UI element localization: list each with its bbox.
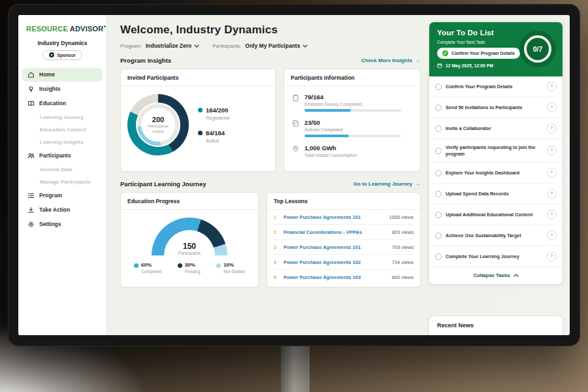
todo-task[interactable]: Confirm Your Program Details › — [429, 76, 563, 97]
chevron-right-icon: › — [547, 252, 557, 261]
lesson-link[interactable]: Power Purchase Agreements 103 — [284, 274, 387, 280]
task-label: Achieve One Sustainability Target — [446, 233, 543, 239]
clipboard-icon — [292, 93, 299, 112]
todo-column: Your To Do List Complete Your Next Task:… — [429, 15, 570, 335]
collapse-tasks-button[interactable]: Collapse Tasks — [429, 267, 563, 284]
lesson-views: 793 views — [392, 244, 414, 250]
todo-panel: Your To Do List Complete Your Next Task:… — [429, 22, 563, 285]
sidebar: RESOURCE ADVISOR+ Industry Dynamics Spon… — [18, 15, 107, 335]
lesson-rank: 5 — [274, 275, 279, 280]
arrow-right-icon: → — [415, 57, 420, 63]
donut-center-label: Participants Invited — [146, 124, 170, 135]
sponsor-label: Sponsor — [57, 53, 75, 57]
task-checkbox[interactable] — [435, 191, 442, 197]
sponsor-badge[interactable]: Sponsor — [42, 50, 82, 60]
content-area: Welcome, Industry Dynamics Program: Indu… — [107, 15, 570, 335]
task-label: Confirm Your Program Details — [446, 84, 543, 90]
todo-task[interactable]: Upload Spend Data Records › — [429, 184, 563, 204]
sidebar-item-participants[interactable]: Participants — [22, 149, 103, 163]
legend-dot — [178, 263, 182, 268]
todo-task[interactable]: Explore Your Insights Dashboard › — [429, 163, 563, 184]
lesson-link[interactable]: Power Purchase Agreements 101 — [284, 244, 387, 250]
pin-icon — [292, 144, 299, 160]
sidebar-item-insights[interactable]: Insights — [22, 82, 103, 96]
lesson-link[interactable]: Power Purchase Agreements 102 — [284, 259, 387, 265]
legend-label: Active — [206, 138, 225, 144]
logo-secondary: ADVISOR — [70, 25, 104, 33]
sidebar-item-general-data[interactable]: General Data — [22, 163, 103, 176]
program-select-value: Industrialize Zero — [146, 42, 191, 49]
task-checkbox[interactable] — [435, 84, 442, 90]
legend-value: 60% — [141, 262, 161, 268]
sidebar-item-manage-participants[interactable]: Manage Participants — [22, 176, 103, 188]
lesson-row: 3 Power Purchase Agreements 101 793 view… — [274, 240, 414, 255]
task-label: Verify participants requesting to join t… — [446, 144, 543, 157]
gauge-center: 150 Participants — [152, 242, 227, 255]
lesson-link[interactable]: Power Purchase Agreements 101 — [284, 214, 384, 220]
go-to-learning-journey-link[interactable]: Go to Learning Journey → — [353, 181, 420, 187]
collapse-label: Collapse Tasks — [473, 272, 510, 278]
card-title: Participants Information — [284, 69, 420, 86]
home-icon — [27, 71, 35, 78]
legend-item-active: 84/164 Active — [198, 129, 229, 144]
todo-task[interactable]: Invite a Collaborator › — [429, 118, 563, 139]
stat-value: 1,000 GWh — [304, 144, 357, 152]
monitor-stand — [281, 341, 310, 392]
task-checkbox[interactable] — [435, 148, 442, 154]
chevron-right-icon: › — [547, 210, 557, 220]
task-label: Upload Additional Educational Content — [446, 212, 543, 218]
participants-select-value: Only My Participants — [245, 42, 300, 49]
sidebar-item-label: Learning Insights — [40, 139, 84, 145]
sidebar-item-learning-journey[interactable]: Learning Journey — [22, 111, 103, 123]
sidebar-item-learning-insights[interactable]: Learning Insights — [22, 136, 103, 148]
todo-task[interactable]: Upload Additional Educational Content › — [429, 204, 563, 225]
top-lessons-card: Top Lessons 1 Power Purchase Agreements … — [267, 192, 421, 287]
list-icon — [27, 192, 35, 199]
participants-filter-label: Participants: — [212, 43, 241, 49]
chevron-right-icon: › — [547, 103, 557, 112]
program-select[interactable]: Industrialize Zero — [146, 42, 199, 49]
stat-actions-completed: 23/50 Actions Completed — [292, 119, 412, 137]
section-title: Program Insights — [120, 57, 171, 64]
sidebar-item-education[interactable]: Education — [22, 97, 103, 110]
task-checkbox[interactable] — [435, 105, 442, 111]
next-task-pill[interactable]: ✓ Confirm Your Program Details — [437, 48, 520, 59]
sidebar-item-program[interactable]: Program — [22, 189, 103, 203]
progress-bar — [304, 109, 401, 112]
lesson-link[interactable]: Financial Considerations - VPPAs — [284, 229, 387, 235]
section-title: Participant Learning Journey — [120, 180, 206, 188]
gauge-legend: 60% Completed 30% Pending — [127, 255, 252, 274]
task-checkbox[interactable] — [435, 125, 442, 132]
todo-task[interactable]: Complete Your Learning Journey › — [429, 246, 563, 267]
legend-value: 10% — [223, 262, 245, 268]
task-label: Complete Your Learning Journey — [446, 253, 543, 260]
task-checkbox[interactable] — [435, 170, 442, 176]
legend-item-registered: 164/200 Registered — [198, 106, 229, 121]
card-title: Education Progress — [121, 193, 258, 210]
todo-task[interactable]: Verify participants requesting to join t… — [429, 139, 563, 163]
sidebar-item-home[interactable]: Home — [22, 68, 103, 82]
checklist-icon — [292, 119, 299, 137]
legend-dot — [198, 131, 203, 135]
main-content: Welcome, Industry Dynamics Program: Indu… — [107, 15, 429, 335]
task-label: Explore Your Insights Dashboard — [446, 170, 543, 176]
task-checkbox[interactable] — [435, 253, 442, 260]
gear-icon — [27, 221, 35, 228]
sidebar-item-settings[interactable]: Settings — [22, 218, 103, 231]
book-icon — [27, 100, 35, 107]
participants-select[interactable]: Only My Participants — [245, 42, 308, 49]
task-checkbox[interactable] — [435, 233, 442, 239]
lightbulb-icon — [27, 86, 35, 93]
task-checkbox[interactable] — [435, 212, 442, 218]
todo-task[interactable]: Send 50 Invitations to Participants › — [429, 97, 563, 118]
legend-value: 30% — [185, 262, 201, 268]
chevron-right-icon: › — [547, 231, 557, 240]
check-more-insights-link[interactable]: Check More Insights → — [361, 57, 420, 63]
chevron-up-icon — [514, 274, 519, 277]
people-icon — [27, 152, 35, 159]
legend-label: Not Started — [223, 269, 245, 274]
task-label: Invite a Collaborator — [446, 125, 543, 132]
todo-task[interactable]: Achieve One Sustainability Target › — [429, 225, 563, 246]
sidebar-item-education-content[interactable]: Education Content — [22, 123, 103, 136]
sidebar-item-take-action[interactable]: Take Action — [22, 203, 103, 217]
